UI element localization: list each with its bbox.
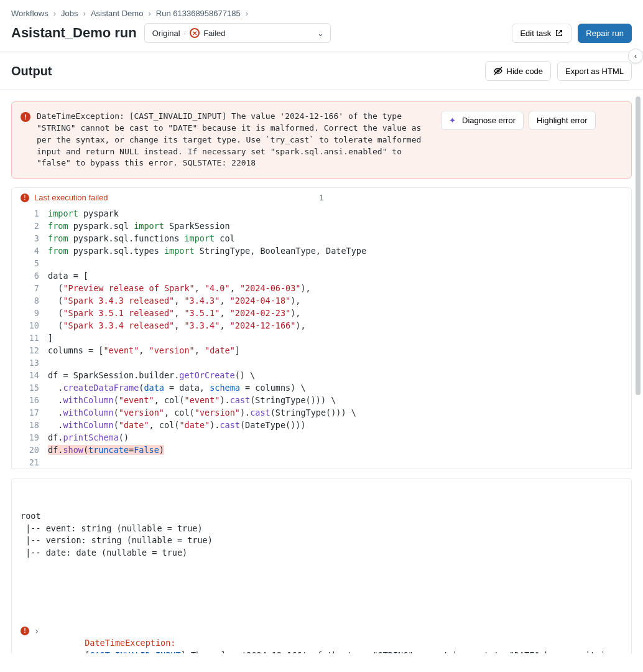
hide-code-button[interactable]: Hide code: [485, 61, 552, 81]
repair-run-button[interactable]: Repair run: [578, 24, 632, 43]
output-content: ! DateTimeException: [CAST_INVALID_INPUT…: [0, 90, 643, 653]
chevron-right-icon: ›: [53, 9, 56, 18]
error-banner: ! DateTimeException: [CAST_INVALID_INPUT…: [11, 101, 632, 179]
status-original: Original: [152, 29, 180, 38]
edit-task-label: Edit task: [520, 29, 551, 38]
exception-name: DateTimeException:: [85, 638, 175, 648]
run-version-selector[interactable]: Original · ✕ Failed ⌄: [144, 23, 331, 43]
chevron-down-icon: ⌄: [317, 29, 324, 38]
external-link-icon: [555, 29, 563, 37]
hide-code-label: Hide code: [507, 67, 544, 76]
eye-off-icon: [493, 66, 503, 76]
scrollbar-thumb[interactable]: [636, 96, 641, 395]
output-block: root |-- event: string (nullable = true)…: [11, 478, 632, 653]
output-title: Output: [11, 64, 52, 78]
crumb-asistant-demo[interactable]: Asistant Demo: [91, 9, 144, 18]
code-block: 1import pyspark2from pyspark.sql import …: [11, 207, 632, 469]
failed-icon: ✕: [190, 28, 200, 38]
status-label: Failed: [203, 29, 225, 38]
highlight-error-button[interactable]: Highlight error: [529, 111, 596, 130]
chevron-right-icon: ›: [246, 9, 248, 18]
expand-traceback-button[interactable]: ›: [34, 625, 39, 638]
cell-counter: 1: [319, 193, 323, 202]
diagnose-error-button[interactable]: Diagnose error: [441, 111, 524, 130]
chevron-right-icon: ›: [83, 9, 86, 18]
output-bar: Output Hide code Export as HTML ‹: [0, 52, 643, 90]
error-code-link[interactable]: CAST_INVALID_INPUT: [90, 650, 180, 653]
execution-status-label: Last execution failed: [34, 193, 108, 202]
breadcrumb: Workflows › Jobs › Asistant Demo › Run 6…: [11, 9, 632, 18]
edit-task-button[interactable]: Edit task: [512, 24, 571, 43]
error-message: DateTimeException: [CAST_INVALID_INPUT] …: [37, 111, 435, 169]
crumb-workflows[interactable]: Workflows: [11, 9, 49, 18]
error-icon: !: [21, 112, 30, 122]
chevron-right-icon: ›: [148, 9, 150, 18]
error-icon: !: [21, 627, 29, 635]
execution-status-bar: ! Last execution failed 1: [11, 187, 632, 207]
export-html-button[interactable]: Export as HTML: [557, 62, 632, 81]
crumb-run[interactable]: Run 613368958677185: [156, 9, 241, 18]
top-bar: Workflows › Jobs › Asistant Demo › Run 6…: [0, 0, 643, 52]
traceback-text: DateTimeException: [CAST_INVALID_INPUT] …: [44, 625, 622, 653]
crumb-jobs[interactable]: Jobs: [61, 9, 78, 18]
schema-output: root |-- event: string (nullable = true)…: [21, 510, 622, 559]
error-icon: !: [21, 194, 29, 202]
title-row: Asistant_Demo run Original · ✕ Failed ⌄ …: [11, 23, 632, 43]
collapse-panel-button[interactable]: ‹: [628, 49, 643, 63]
page-title: Asistant_Demo run: [11, 25, 137, 41]
